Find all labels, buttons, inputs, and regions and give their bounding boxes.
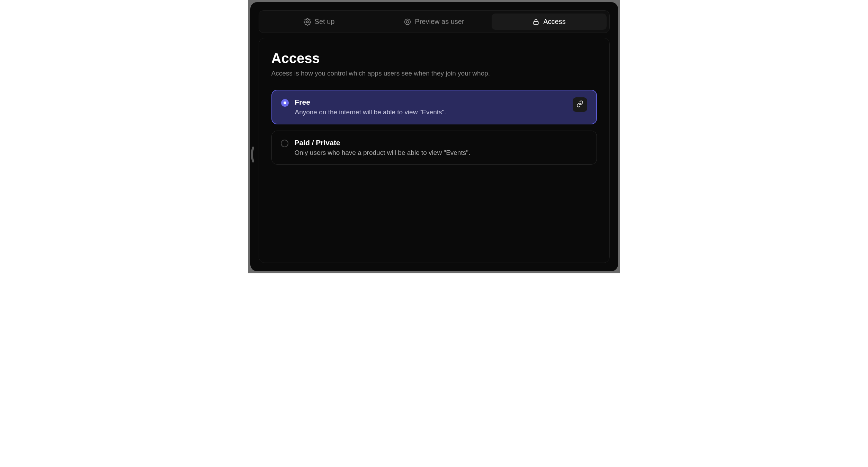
link-icon bbox=[576, 100, 583, 109]
content-area: Access Access is how you control which a… bbox=[259, 38, 610, 263]
option-title: Paid / Private bbox=[295, 139, 588, 147]
svg-point-2 bbox=[406, 20, 409, 23]
tab-label: Access bbox=[543, 18, 565, 26]
tab-label: Preview as user bbox=[415, 18, 464, 26]
access-option-paid-private[interactable]: Paid / Private Only users who have a pro… bbox=[271, 131, 597, 165]
option-text: Paid / Private Only users who have a pro… bbox=[295, 139, 588, 157]
drag-handle-icon[interactable] bbox=[250, 146, 254, 164]
tab-bar: Set up Preview as user A bbox=[259, 10, 610, 33]
tab-access[interactable]: Access bbox=[492, 14, 607, 30]
option-description: Only users who have a product will be ab… bbox=[295, 149, 588, 157]
lock-icon bbox=[532, 18, 540, 26]
svg-point-1 bbox=[405, 19, 411, 25]
access-option-free[interactable]: Free Anyone on the internet will be able… bbox=[271, 90, 597, 124]
option-title: Free bbox=[295, 98, 566, 106]
settings-panel: Set up Preview as user A bbox=[250, 2, 618, 271]
copy-link-button[interactable] bbox=[573, 97, 587, 112]
tab-set-up[interactable]: Set up bbox=[262, 14, 377, 30]
gear-icon bbox=[304, 18, 311, 26]
option-text: Free Anyone on the internet will be able… bbox=[295, 98, 566, 116]
page-title: Access bbox=[271, 51, 597, 66]
radio-selected-icon bbox=[281, 99, 289, 107]
tab-preview-as-user[interactable]: Preview as user bbox=[377, 14, 492, 30]
page-subtitle: Access is how you control which apps use… bbox=[271, 70, 597, 77]
tab-label: Set up bbox=[315, 18, 335, 26]
option-description: Anyone on the internet will be able to v… bbox=[295, 108, 566, 116]
svg-point-0 bbox=[306, 21, 308, 23]
eye-icon bbox=[404, 18, 411, 26]
radio-unselected-icon bbox=[281, 140, 288, 147]
svg-rect-3 bbox=[534, 21, 538, 24]
